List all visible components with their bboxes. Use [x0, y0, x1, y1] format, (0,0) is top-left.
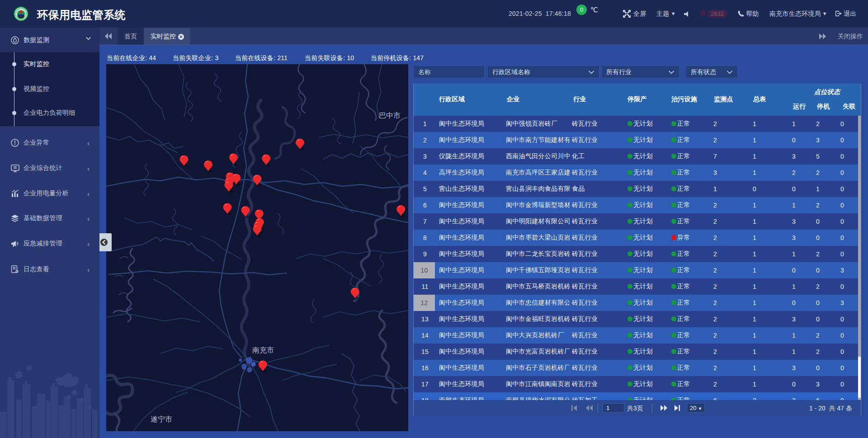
svg-text:南充市: 南充市	[252, 346, 274, 354]
svg-text:遂宁市: 遂宁市	[151, 415, 172, 423]
svg-text:巴中市: 巴中市	[379, 112, 401, 119]
